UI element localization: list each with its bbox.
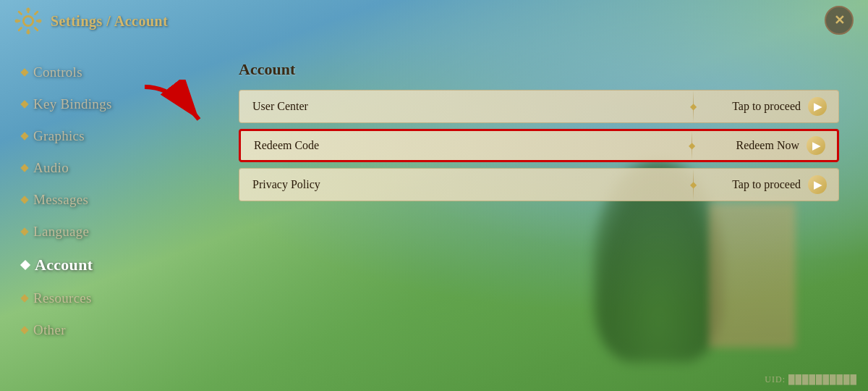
redeem-code-label: Redeem Code [241,139,692,152]
sidebar-label-graphics: Graphics [33,128,85,144]
redeem-code-action: Redeem Now ▶ [692,136,837,155]
sidebar-label-other: Other [33,322,66,338]
sidebar-item-audio[interactable]: Audio [0,152,210,184]
user-center-label: User Center [239,100,693,113]
sidebar-item-messages[interactable]: Messages [0,184,210,216]
row-divider [693,169,694,201]
sidebar-label-messages: Messages [33,192,88,208]
svg-point-0 [23,16,33,25]
privacy-policy-label: Privacy Policy [239,178,693,191]
diamond-icon [20,294,28,302]
section-title: Account [239,60,839,79]
uid-label: UID: [765,374,786,384]
content-area: Controls Key Bindings Graphics Audio Mes… [0,42,868,391]
sidebar-item-account[interactable]: Account [0,248,210,282]
sidebar-label-account: Account [35,256,93,274]
user-center-action-label: Tap to proceed [732,100,801,113]
diamond-icon [20,68,28,76]
privacy-policy-arrow-icon: ▶ [808,175,827,194]
user-center-arrow-icon: ▶ [808,97,827,116]
sidebar-item-key-bindings[interactable]: Key Bindings [0,88,210,120]
uid-value: ██████████ [788,374,857,384]
privacy-policy-row[interactable]: Privacy Policy Tap to proceed ▶ [239,168,839,201]
diamond-icon [20,326,28,334]
user-center-row[interactable]: User Center Tap to proceed ▶ [239,90,839,123]
sidebar-item-graphics[interactable]: Graphics [0,120,210,152]
diamond-icon [20,132,28,140]
redeem-code-arrow-icon: ▶ [807,136,825,155]
sidebar-label-key-bindings: Key Bindings [33,96,112,112]
sidebar-item-controls[interactable]: Controls [0,56,210,88]
redeem-code-action-label: Redeem Now [736,139,799,152]
row-divider [692,131,692,160]
sidebar-label-audio: Audio [33,160,69,176]
redeem-code-row[interactable]: Redeem Code Redeem Now ▶ [239,129,839,162]
sidebar-item-other[interactable]: Other [0,314,210,346]
diamond-icon [20,227,28,235]
uid-bar: UID: ██████████ [765,374,857,385]
privacy-policy-action: Tap to proceed ▶ [694,175,838,194]
main-content: Account User Center Tap to proceed ▶ Red… [210,49,868,384]
settings-panel: Settings / Account ✕ Controls Key Bindin… [0,0,868,391]
privacy-policy-action-label: Tap to proceed [732,178,801,191]
diamond-icon [20,196,28,203]
diamond-icon [20,164,28,172]
user-center-action: Tap to proceed ▶ [694,97,838,116]
header: Settings / Account ✕ [0,0,868,42]
sidebar-label-controls: Controls [33,64,82,80]
sidebar-item-language[interactable]: Language [0,216,210,248]
sidebar-item-resources[interactable]: Resources [0,282,210,314]
diamond-icon [20,100,28,108]
sidebar-label-language: Language [33,224,89,240]
close-button[interactable]: ✕ [825,6,854,35]
header-title: Settings / Account [51,13,168,30]
sidebar: Controls Key Bindings Graphics Audio Mes… [0,49,210,384]
sidebar-label-resources: Resources [33,290,92,306]
diamond-icon [20,260,30,270]
row-divider [693,91,694,122]
gear-icon [14,7,42,35]
